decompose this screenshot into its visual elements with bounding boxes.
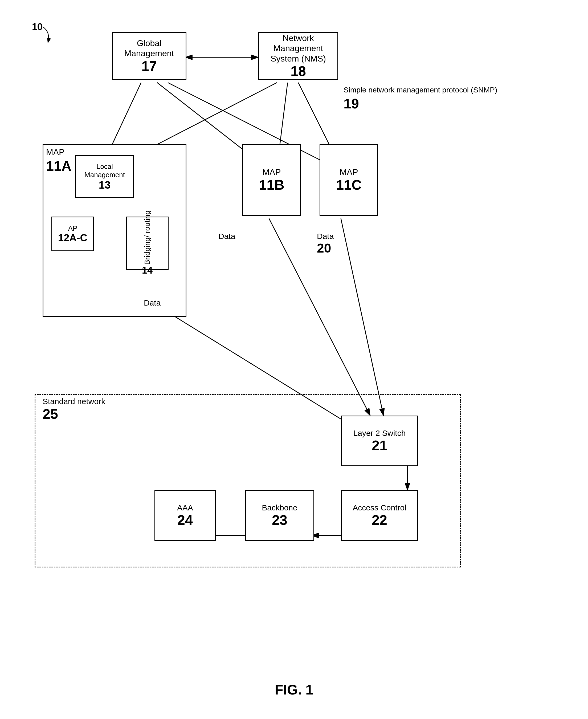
bridging-number: 14 bbox=[142, 265, 153, 276]
local-management-title: Local Management bbox=[76, 163, 133, 179]
map11a-title-label: MAP bbox=[46, 147, 64, 157]
snmp-label: Simple network management protocol (SNMP… bbox=[343, 85, 497, 113]
backbone-box: Backbone 23 bbox=[245, 490, 314, 541]
data-label-1: Data bbox=[218, 232, 235, 241]
map11c-title: MAP bbox=[339, 167, 358, 177]
local-management-number: 13 bbox=[99, 179, 111, 191]
access-control-title: Access Control bbox=[353, 503, 406, 513]
backbone-title: Backbone bbox=[262, 503, 297, 513]
figure-label: FIG. 1 bbox=[275, 682, 313, 698]
layer2switch-box: Layer 2 Switch 21 bbox=[341, 415, 418, 466]
access-control-number: 22 bbox=[372, 513, 387, 528]
nms-title: Network Management System (NMS) bbox=[259, 33, 337, 64]
map11c-number: 11C bbox=[336, 178, 361, 192]
bridging-title: Bridging/ routing bbox=[143, 210, 151, 265]
nms-box: Network Management System (NMS) 18 bbox=[258, 32, 338, 80]
access-control-box: Access Control 22 bbox=[341, 490, 418, 541]
local-management-box: Local Management 13 bbox=[76, 155, 134, 198]
ap-box: AP 12A-C bbox=[51, 217, 94, 251]
map11b-title: MAP bbox=[262, 167, 281, 177]
ref-arrow-10 bbox=[40, 24, 61, 45]
aaa-title: AAA bbox=[177, 503, 193, 513]
layer2switch-number: 21 bbox=[372, 438, 387, 453]
diagram: 10 Global Management 17 Network Manageme… bbox=[27, 16, 559, 655]
global-management-title: Global Management bbox=[113, 38, 186, 59]
layer2switch-title: Layer 2 Switch bbox=[353, 428, 406, 438]
aaa-number: 24 bbox=[177, 513, 193, 528]
standard-network-label: Standard network 25 bbox=[43, 397, 105, 422]
global-management-box: Global Management 17 bbox=[112, 32, 186, 80]
map11a-number: 11A bbox=[46, 158, 71, 174]
ap-title: AP bbox=[68, 224, 78, 232]
data-label-3: Data bbox=[144, 299, 161, 307]
data-label-2: Data 20 bbox=[317, 232, 334, 255]
svg-line-13 bbox=[341, 219, 383, 415]
bridging-box: Bridging/ routing 14 bbox=[126, 217, 169, 270]
map11b-number: 11B bbox=[259, 178, 284, 192]
ap-number: 12A-C bbox=[58, 232, 87, 244]
nms-number: 18 bbox=[291, 64, 306, 79]
map11b-box: MAP 11B bbox=[242, 144, 301, 216]
global-management-number: 17 bbox=[141, 59, 157, 74]
map11a-container: MAP 11A Local Management 13 AP 12A-C Bri… bbox=[43, 144, 186, 317]
aaa-box: AAA 24 bbox=[154, 490, 216, 541]
map11c-box: MAP 11C bbox=[319, 144, 378, 216]
backbone-number: 23 bbox=[272, 513, 287, 528]
